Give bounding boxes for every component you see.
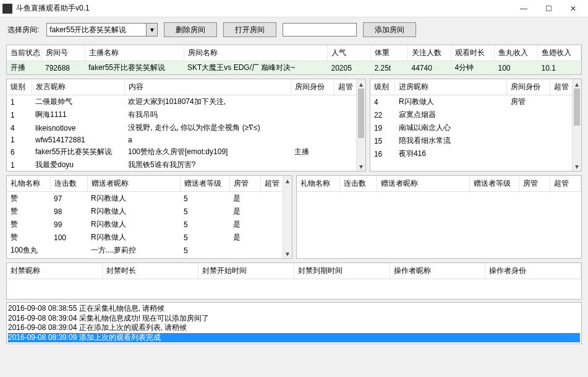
add-room-button[interactable]: 添加房间: [363, 22, 416, 37]
select-room-label: 选择房间:: [7, 25, 39, 35]
table-row[interactable]: 1二偎最帅气欢迎大家到1018074加下关注,: [7, 95, 365, 109]
table-row[interactable]: 赞98R闪教做人5是: [7, 205, 291, 218]
toolbar: 选择房间: ▾ 删除房间 打开房间 添加房间: [0, 17, 588, 42]
table-row[interactable]: 4R闪教做人房管: [370, 95, 581, 109]
room-input[interactable]: [283, 23, 357, 37]
column-header[interactable]: 当前状态: [7, 45, 41, 61]
scroll-up-icon[interactable]: ▴: [357, 79, 365, 89]
column-header[interactable]: 封禁开始时间: [198, 263, 294, 279]
column-header[interactable]: 礼物名称: [7, 176, 50, 192]
column-header[interactable]: 封禁昵称: [7, 263, 103, 279]
table-row[interactable]: 22寂寞点烟器: [370, 108, 581, 121]
column-header[interactable]: 进房昵称: [395, 79, 507, 95]
column-header[interactable]: 操作者昵称: [390, 263, 485, 279]
table-row[interactable]: 1啊海1111有我吊吗: [7, 108, 365, 121]
column-header[interactable]: 房间号: [41, 45, 85, 61]
scroll-down-icon[interactable]: ▾: [283, 249, 292, 258]
column-header[interactable]: 赠送者昵称: [377, 176, 470, 192]
table-row[interactable]: 赞100R闪教做人5是: [7, 231, 291, 244]
table-row[interactable]: 开播792688faker55开比赛笑笑解说SKT大魔王vs EDG/厂 巅峰对…: [7, 61, 581, 75]
gift-left-panel: 礼物名称连击数赠送者昵称赠送者等级房管超管 赞97R闪教做人5是赞98R闪教做人…: [6, 175, 292, 259]
table-row[interactable]: 16夜羽416: [370, 147, 581, 160]
table-row[interactable]: 1我最爱doyu我黑铁5谁有我厉害?: [7, 158, 365, 171]
table-row[interactable]: 19南城以南念人心: [370, 121, 581, 134]
enter-table: 级别进房昵称房间身份超管 4R闪教做人房管22寂寞点烟器19南城以南念人心15陪…: [370, 79, 581, 160]
gift-right-panel: 礼物名称连击数赠送者昵称赠送者等级房管超管: [296, 175, 582, 259]
open-room-button[interactable]: 打开房间: [223, 22, 276, 37]
column-header[interactable]: 房间身份: [507, 79, 550, 95]
close-button[interactable]: ✕: [561, 0, 586, 17]
log-line[interactable]: 2016-09-08 08:39:04 正在添加上次的观看列表, 请稍候: [8, 323, 580, 333]
scroll-down-icon[interactable]: ▾: [357, 162, 365, 171]
minimize-button[interactable]: —: [511, 0, 536, 17]
room-combo[interactable]: ▾: [46, 23, 158, 37]
log-panel[interactable]: 2016-09-08 08:38:55 正在采集礼物信息, 请稍候2016-09…: [6, 302, 582, 344]
titlebar: 斗鱼直播观看助手v0.1 — ☐ ✕: [0, 0, 588, 17]
column-header[interactable]: 房管: [519, 176, 550, 192]
column-header[interactable]: 观看时长: [451, 45, 495, 61]
table-row[interactable]: 赞97R闪教做人5是: [7, 192, 291, 206]
app-icon: [2, 4, 12, 14]
column-header[interactable]: 连击数: [50, 176, 87, 192]
column-header[interactable]: 房管: [229, 176, 260, 192]
log-line[interactable]: 2016-09-08 08:39:09 添加上次的观看列表完成: [8, 333, 580, 343]
table-row[interactable]: 6faker55开比赛笑笑解说100赞给永久房管[emot:dy109]主播: [7, 145, 365, 158]
enter-panel: 级别进房昵称房间身份超管 4R闪教做人房管22寂寞点烟器19南城以南念人心15陪…: [370, 79, 582, 171]
room-combo-input[interactable]: [47, 24, 146, 36]
log-line[interactable]: 2016-09-08 08:38:55 正在采集礼物信息, 请稍候: [8, 304, 580, 314]
column-header[interactable]: 封禁时长: [103, 263, 198, 279]
column-header[interactable]: 超管: [550, 176, 581, 192]
scroll-up-icon[interactable]: ▴: [283, 176, 292, 185]
gift-left-scrollbar[interactable]: ▴ ▾: [283, 176, 292, 258]
column-header[interactable]: 级别: [7, 79, 32, 95]
column-header[interactable]: 赠送者等级: [470, 176, 519, 192]
chat-scrollbar[interactable]: ▴ ▾: [356, 79, 365, 171]
ban-table: 封禁昵称封禁时长封禁开始时间封禁到期时间操作者昵称操作者身份: [7, 263, 581, 279]
scroll-thumb[interactable]: [574, 89, 580, 126]
column-header[interactable]: 礼物名称: [297, 176, 340, 192]
log-line[interactable]: 2016-09-08 08:39:04 采集礼物信息成功! 现在可以添加房间了: [8, 314, 580, 324]
table-row[interactable]: 1wfw514172881a: [7, 134, 365, 145]
status-panel: 当前状态房间号主播名称房间名称人气体重关注人数观看时长鱼丸收入鱼翅收入 开播79…: [6, 45, 582, 75]
column-header[interactable]: 人气: [328, 45, 371, 61]
gift-right-table: 礼物名称连击数赠送者昵称赠送者等级房管超管: [297, 176, 582, 192]
gift-left-table: 礼物名称连击数赠送者昵称赠送者等级房管超管 赞97R闪教做人5是赞98R闪教做人…: [7, 176, 292, 259]
chat-table: 级别发言昵称内容房间身份超管 1二偎最帅气欢迎大家到1018074加下关注,1啊…: [7, 79, 365, 171]
status-table: 当前状态房间号主播名称房间名称人气体重关注人数观看时长鱼丸收入鱼翅收入 开播79…: [7, 45, 581, 74]
column-header[interactable]: 赠送者昵称: [87, 176, 180, 192]
column-header[interactable]: 鱼翅收入: [538, 45, 581, 61]
table-row[interactable]: 100鱼丸一方....萝莉控5: [7, 244, 291, 257]
table-row[interactable]: 4likeisnotlove没视野, 走什么, 你以为你是全视角 (≥∇≤): [7, 121, 365, 134]
chat-panel: 级别发言昵称内容房间身份超管 1二偎最帅气欢迎大家到1018074加下关注,1啊…: [6, 79, 366, 171]
column-header[interactable]: 连击数: [340, 176, 377, 192]
column-header[interactable]: 鱼丸收入: [495, 45, 538, 61]
column-header[interactable]: 赠送者等级: [180, 176, 229, 192]
scroll-up-icon[interactable]: ▴: [573, 79, 581, 89]
column-header[interactable]: 体重: [371, 45, 408, 61]
column-header[interactable]: 发言昵称: [32, 79, 124, 95]
column-header[interactable]: 内容: [124, 79, 291, 95]
column-header[interactable]: 操作者身份: [485, 263, 581, 279]
column-header[interactable]: 主播名称: [85, 45, 184, 61]
column-header[interactable]: 关注人数: [408, 45, 451, 61]
maximize-button[interactable]: ☐: [536, 0, 561, 17]
table-row[interactable]: 赞99R闪教做人5是: [7, 218, 291, 231]
column-header[interactable]: 房间名称: [184, 45, 328, 61]
ban-panel: 封禁昵称封禁时长封禁开始时间封禁到期时间操作者昵称操作者身份: [6, 262, 582, 300]
column-header[interactable]: 房间身份: [291, 79, 334, 95]
table-row[interactable]: 赞一方....萝莉控5: [7, 257, 291, 259]
chevron-down-icon[interactable]: ▾: [146, 24, 157, 36]
window-title: 斗鱼直播观看助手v0.1: [16, 3, 511, 14]
scroll-down-icon[interactable]: ▾: [573, 162, 581, 171]
table-row[interactable]: 15陪我看细水常流: [370, 134, 581, 147]
scroll-thumb[interactable]: [358, 89, 364, 138]
enter-scrollbar[interactable]: ▴ ▾: [572, 79, 581, 171]
delete-room-button[interactable]: 删除房间: [164, 22, 217, 37]
column-header[interactable]: 封禁到期时间: [294, 263, 390, 279]
column-header[interactable]: 级别: [370, 79, 395, 95]
